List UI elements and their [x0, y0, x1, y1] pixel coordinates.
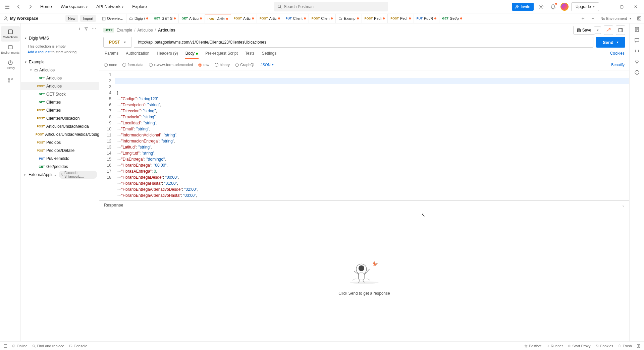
- tab-item[interactable]: PUTClient: [283, 14, 309, 23]
- tree-request[interactable]: GETClientes: [21, 98, 99, 106]
- lightbulb-icon[interactable]: [634, 59, 640, 64]
- tree-request[interactable]: POSTClientes/Ubicacion: [21, 114, 99, 122]
- method-select[interactable]: POST ▾: [103, 37, 131, 48]
- tab-more-icon[interactable]: ⋯: [588, 14, 597, 23]
- tree-request[interactable]: GETArticulos: [21, 74, 99, 82]
- env-quicklook-icon[interactable]: [635, 14, 644, 23]
- tab-tests[interactable]: Tests: [245, 51, 255, 59]
- tree-request[interactable]: POSTPedidos: [21, 138, 99, 147]
- code-editor[interactable]: 123456789101112131415161718 {····"Codigo…: [99, 70, 629, 200]
- sidebar-toggle-icon[interactable]: [616, 25, 625, 35]
- tree-request[interactable]: GETGET Stock: [21, 90, 99, 98]
- status-panels-icon[interactable]: [637, 344, 641, 348]
- tab-item[interactable]: POSTArtic: [257, 14, 283, 23]
- tree-request[interactable]: GETGet/pedidos: [21, 163, 99, 171]
- tab-item[interactable]: POSTArtic: [205, 14, 231, 23]
- crumb-0[interactable]: Example: [117, 28, 132, 33]
- response-header[interactable]: Response ⌄: [99, 201, 629, 210]
- radio-none[interactable]: none: [104, 63, 117, 67]
- tab-item[interactable]: GETGET S: [151, 14, 179, 23]
- collection-example[interactable]: ▾ Example: [21, 58, 99, 66]
- tree-request[interactable]: POSTArticulos: [21, 82, 99, 90]
- nav-explore[interactable]: Explore: [129, 2, 150, 11]
- upgrade-button[interactable]: Upgrade▾: [571, 2, 599, 11]
- radio-raw[interactable]: raw: [198, 63, 209, 67]
- tab-item[interactable]: GETArticu: [179, 14, 205, 23]
- settings-icon[interactable]: [536, 2, 546, 11]
- sidebar-add-icon[interactable]: +: [78, 26, 81, 32]
- import-button[interactable]: Import: [80, 15, 96, 22]
- hint-add-link[interactable]: Add a request: [28, 50, 51, 54]
- tab-item[interactable]: ◫Overvie…: [99, 14, 126, 23]
- tree-request[interactable]: POSTClientes: [21, 106, 99, 114]
- status-console[interactable]: Console: [69, 344, 87, 348]
- docs-icon[interactable]: [634, 27, 640, 32]
- comments-icon[interactable]: [634, 38, 640, 43]
- tree-request[interactable]: POSTArticulos/UnidadMedida/Codig…: [21, 130, 99, 138]
- tree-request[interactable]: PUTPut/Remitido: [21, 155, 99, 163]
- tab-params[interactable]: Params: [104, 51, 119, 59]
- rail-collections[interactable]: Collections: [1, 26, 20, 42]
- sidebar-more-icon[interactable]: ⋯: [92, 26, 96, 32]
- rail-environments[interactable]: Environments: [1, 42, 20, 57]
- status-trash[interactable]: Trash: [618, 344, 632, 348]
- beautify-link[interactable]: Beautify: [611, 63, 625, 67]
- nav-home[interactable]: Home: [37, 2, 55, 11]
- tab-item[interactable]: GETGet/p: [439, 14, 465, 23]
- menu-icon[interactable]: [3, 2, 12, 11]
- radio-binary[interactable]: binary: [215, 63, 230, 67]
- body-type-select[interactable]: JSON▾: [261, 63, 273, 67]
- tab-item[interactable]: PUTPut/R: [414, 14, 440, 23]
- cookies-link[interactable]: Cookies: [610, 51, 625, 59]
- tab-prerequest[interactable]: Pre-request Script: [205, 51, 238, 59]
- invite-button[interactable]: Invite: [512, 3, 534, 11]
- back-icon[interactable]: [14, 2, 23, 11]
- code-area[interactable]: {····"Codigo": "string123",····"Descripc…: [115, 70, 629, 200]
- tab-authorization[interactable]: Authorization: [125, 51, 150, 59]
- collection-digip[interactable]: ▾ Digip WMS: [21, 34, 99, 42]
- tab-item[interactable]: POSTPedi: [388, 14, 414, 23]
- tab-headers[interactable]: Headers (9): [156, 51, 178, 59]
- rail-configure[interactable]: [1, 74, 20, 86]
- tab-item[interactable]: POSTClien: [309, 14, 336, 23]
- code-snippet-icon[interactable]: [634, 48, 640, 54]
- tree-request[interactable]: POSTArticulos/UnidadMedida: [21, 122, 99, 130]
- folder-articulos[interactable]: ▾ 🗀 Articulos: [21, 66, 99, 74]
- status-runner[interactable]: Runner: [546, 344, 563, 348]
- radio-graphql[interactable]: GraphQL: [235, 63, 255, 67]
- window-maximize-icon[interactable]: ▢: [616, 2, 627, 11]
- search-input[interactable]: Search Postman: [274, 2, 388, 11]
- url-input[interactable]: http://api.patagoniawms.com/v1/Cliente/C…: [134, 37, 594, 48]
- forward-icon[interactable]: [25, 2, 35, 11]
- tab-item[interactable]: POSTArtic: [231, 14, 257, 23]
- radio-formdata[interactable]: form-data: [122, 63, 143, 67]
- radio-urlencoded[interactable]: x-www-form-urlencoded: [149, 63, 193, 67]
- save-button[interactable]: Save: [573, 26, 595, 35]
- status-proxy[interactable]: Start Proxy: [568, 344, 590, 348]
- window-close-icon[interactable]: ✕: [630, 2, 641, 11]
- tab-body[interactable]: Body: [185, 51, 199, 59]
- rail-history[interactable]: History: [1, 57, 20, 72]
- nav-api-network[interactable]: API Network: [93, 2, 127, 11]
- status-online[interactable]: Online: [12, 344, 28, 348]
- tab-item[interactable]: POSTPedi: [362, 14, 388, 23]
- save-dropdown[interactable]: ▾: [595, 26, 601, 34]
- tab-item[interactable]: 🗀Examp: [336, 14, 362, 23]
- share-icon[interactable]: [604, 25, 613, 35]
- avatar[interactable]: [560, 3, 569, 11]
- status-find[interactable]: Find and replace: [32, 344, 64, 348]
- send-button[interactable]: Send ▾: [596, 37, 625, 48]
- env-selector[interactable]: No Environment ▾: [597, 16, 635, 20]
- tree-request[interactable]: POSTPedidos/Detalle: [21, 147, 99, 155]
- tab-add-icon[interactable]: +: [578, 14, 588, 23]
- sidebar-toggle-icon[interactable]: [3, 344, 7, 348]
- info-icon[interactable]: [634, 70, 640, 75]
- sidebar-filter-icon[interactable]: [84, 27, 88, 31]
- tab-settings[interactable]: Settings: [261, 51, 277, 59]
- new-button[interactable]: New: [65, 15, 78, 22]
- nav-workspaces[interactable]: Workspaces: [57, 2, 91, 11]
- status-postbot[interactable]: Postbot: [524, 344, 541, 348]
- crumb-1[interactable]: Articulos: [138, 28, 153, 33]
- status-cookies[interactable]: Cookies: [595, 344, 613, 348]
- window-minimize-icon[interactable]: —: [602, 2, 613, 11]
